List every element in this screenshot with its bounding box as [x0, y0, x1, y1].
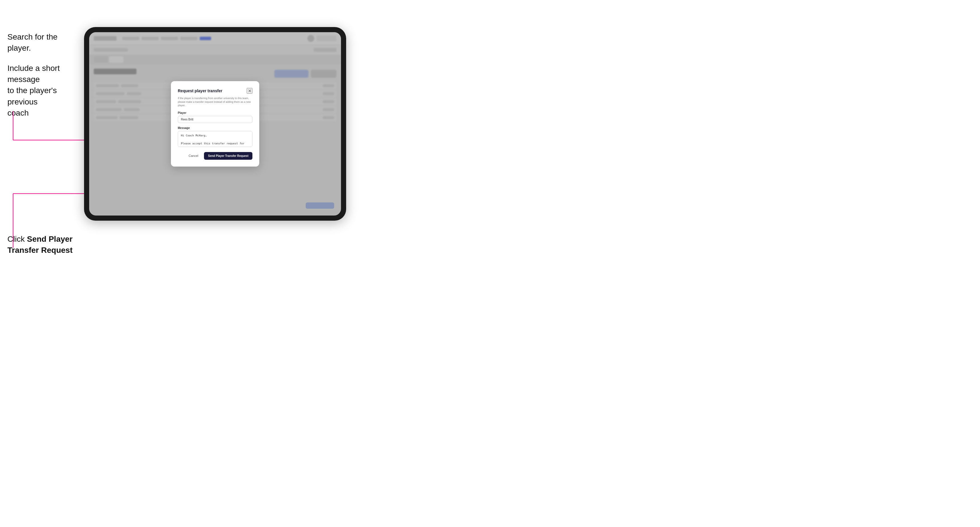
- message-textarea[interactable]: Hi Coach McHarg, Please accept this tran…: [178, 131, 252, 147]
- annotation-click-plain: Click: [7, 235, 27, 243]
- annotation-click-text: Click Send Player Transfer Request: [7, 233, 79, 256]
- message-label: Message: [178, 126, 252, 130]
- request-transfer-modal: Request player transfer ✕ If the player …: [171, 81, 259, 167]
- player-input[interactable]: [178, 116, 252, 123]
- annotation-message-text: Include a short messageto the player's p…: [7, 63, 79, 118]
- modal-footer: Cancel Send Player Transfer Request: [178, 152, 252, 160]
- tablet-device: Request player transfer ✕ If the player …: [84, 27, 346, 221]
- cancel-button[interactable]: Cancel: [186, 152, 201, 159]
- annotation-search-text: Search for the player.: [7, 31, 80, 54]
- modal-header: Request player transfer ✕: [178, 88, 252, 94]
- modal-title: Request player transfer: [178, 89, 222, 93]
- modal-overlay: Request player transfer ✕ If the player …: [89, 32, 341, 216]
- tablet-screen: Request player transfer ✕ If the player …: [89, 32, 341, 216]
- modal-description: If the player is transferring from anoth…: [178, 97, 252, 107]
- player-label: Player: [178, 111, 252, 114]
- send-transfer-request-button[interactable]: Send Player Transfer Request: [204, 152, 252, 160]
- modal-close-button[interactable]: ✕: [247, 88, 252, 94]
